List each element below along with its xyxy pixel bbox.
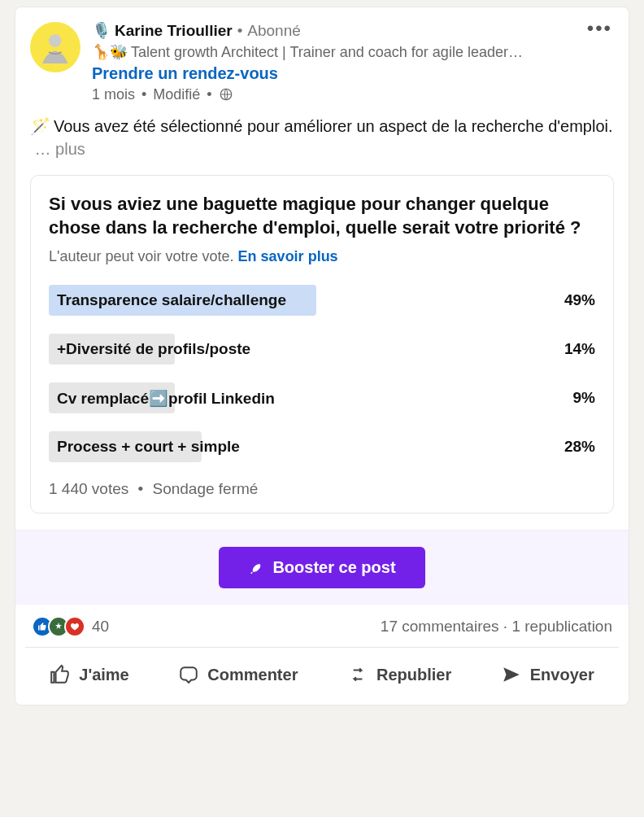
- poll-option-label: +Diversité de profils/poste: [49, 340, 250, 358]
- post-meta: 1 mois • Modifié •: [92, 86, 614, 103]
- reaction-icons: [32, 616, 85, 637]
- author-name: Karine Trioullier: [115, 22, 233, 41]
- post-edited: Modifié: [153, 86, 200, 103]
- author-follow-status: Abonné: [247, 22, 301, 41]
- poll-option-label: Transparence salaire/challenge: [49, 291, 286, 309]
- poll-option[interactable]: Transparence salaire/challenge49%: [49, 285, 595, 316]
- like-button[interactable]: J'aime: [38, 656, 140, 693]
- author-info: 🎙️ Karine Trioullier • Abonné 🦒🐝Talent g…: [92, 22, 614, 103]
- poll-sub-prefix: L'auteur peut voir votre vote.: [49, 248, 234, 264]
- poll-footer-sep: •: [138, 480, 144, 497]
- visibility-public-icon: [219, 87, 233, 102]
- post-overflow-menu-icon[interactable]: •••: [582, 15, 617, 42]
- see-more-button[interactable]: … plus: [35, 140, 85, 158]
- author-headline: 🦒🐝Talent growth Architect | Trainer and …: [92, 43, 614, 61]
- social-right[interactable]: 17 commentaires · 1 republication: [381, 618, 612, 636]
- social-sep: ·: [503, 618, 512, 635]
- reaction-count: 40: [92, 618, 109, 636]
- action-bar: J'aime Commenter Republier Envoyer: [25, 647, 619, 693]
- thumbs-up-icon: [50, 664, 71, 685]
- reactions[interactable]: 40: [32, 616, 109, 637]
- author-name-emoji: 🎙️: [92, 22, 111, 41]
- poll-option-label: Cv remplacé➡️profil Linkedin: [49, 389, 275, 408]
- body-text: Vous avez été sélectionné pour améliorer…: [54, 117, 613, 135]
- poll-option[interactable]: +Diversité de profils/poste14%: [49, 334, 595, 365]
- poll-footer: 1 440 votes • Sondage fermé: [49, 480, 595, 498]
- headline-emoji: 🦒🐝: [92, 44, 128, 60]
- poll-option-percent: 49%: [564, 291, 595, 309]
- svg-point-0: [49, 35, 61, 47]
- rocket-icon: [248, 561, 263, 575]
- poll-option-percent: 28%: [564, 438, 595, 456]
- poll-option[interactable]: Cv remplacé➡️profil Linkedin9%: [49, 382, 595, 413]
- repost-label: Republier: [376, 666, 451, 684]
- boost-label: Booster ce post: [272, 558, 395, 577]
- author-name-sep: •: [237, 22, 243, 41]
- post-header: 🎙️ Karine Trioullier • Abonné 🦒🐝Talent g…: [30, 22, 614, 103]
- meta-sep-2: •: [207, 86, 211, 103]
- poll-card: Si vous aviez une baguette magique pour …: [30, 175, 614, 513]
- author-avatar[interactable]: [30, 22, 80, 72]
- poll-option-percent: 14%: [564, 340, 595, 358]
- like-label: J'aime: [79, 666, 128, 684]
- repost-button[interactable]: Republier: [336, 656, 463, 693]
- poll-option[interactable]: Process + court + simple28%: [49, 431, 595, 462]
- repost-icon: [347, 664, 368, 685]
- poll-option-label: Process + court + simple: [49, 438, 240, 456]
- meta-sep-1: •: [141, 86, 146, 103]
- poll-subtext: L'auteur peut voir votre vote. En savoir…: [49, 248, 595, 265]
- boost-post-button[interactable]: Booster ce post: [219, 547, 424, 588]
- body-emoji: 🪄: [30, 117, 50, 135]
- book-appointment-link[interactable]: Prendre un rendez-vous: [92, 64, 278, 83]
- poll-options: Transparence salaire/challenge49%+Divers…: [49, 285, 595, 462]
- avatar-person-illustration: [35, 27, 76, 68]
- love-reaction-icon: [64, 616, 85, 637]
- post-time: 1 mois: [92, 86, 135, 103]
- author-name-row[interactable]: 🎙️ Karine Trioullier • Abonné: [92, 22, 614, 41]
- comments-count: 17 commentaires: [381, 618, 499, 635]
- social-row: 40 17 commentaires · 1 republication: [32, 616, 612, 637]
- post-body: 🪄Vous avez été sélectionné pour améliore…: [30, 115, 614, 160]
- poll-learn-more-link[interactable]: En savoir plus: [238, 248, 338, 264]
- comment-button[interactable]: Commenter: [167, 656, 309, 693]
- headline-text: Talent growth Architect | Trainer and co…: [131, 44, 523, 60]
- poll-closed-label: Sondage fermé: [152, 480, 258, 497]
- post-card: 🎙️ Karine Trioullier • Abonné 🦒🐝Talent g…: [15, 7, 629, 706]
- send-label: Envoyer: [530, 666, 594, 684]
- poll-option-percent: 9%: [573, 389, 595, 407]
- comment-icon: [178, 664, 199, 685]
- comment-label: Commenter: [207, 666, 298, 684]
- send-icon: [501, 664, 522, 685]
- reposts-count: 1 republication: [511, 618, 612, 635]
- boost-area: Booster ce post: [15, 530, 629, 605]
- poll-question: Si vous aviez une baguette magique pour …: [49, 192, 595, 240]
- send-button[interactable]: Envoyer: [490, 656, 606, 693]
- poll-vote-count: 1 440 votes: [49, 480, 128, 497]
